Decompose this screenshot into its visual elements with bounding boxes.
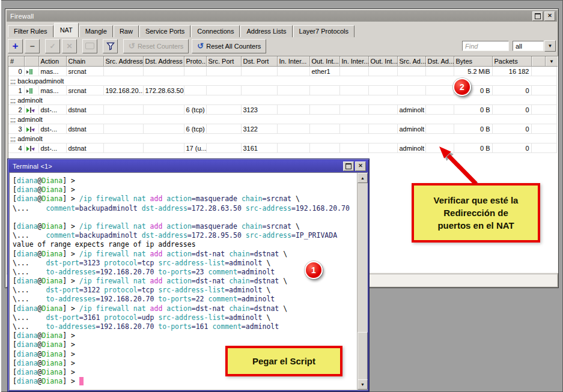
cell-num: 2 [8,105,24,115]
cell-dst_port: 3122 [241,124,277,134]
enable-rule-button[interactable]: ✓ [45,39,60,53]
cell-src_ad: adminolt [397,143,425,153]
comment-button[interactable] [82,39,97,53]
cell-fill [531,105,556,115]
filter-select-arrow-button[interactable]: ▼ [544,40,556,52]
tab-filter-rules[interactable]: Filter Rules [8,25,53,37]
cell-icon [24,105,38,115]
cell-fill [531,143,556,153]
maximize-button[interactable] [532,11,543,21]
column-header-action[interactable]: Action [38,56,66,67]
filter-select[interactable]: all [513,41,544,51]
remove-rule-button[interactable]: − [25,39,40,53]
column-header-src_port[interactable]: Src. Port [206,56,241,67]
column-header-out_int2[interactable]: Out. Int... [368,56,397,67]
rule-comment: ;;; adminolt [8,95,556,105]
nat-rule-row[interactable]: 4dst-...dstnat17 (u...3161adminolt0 B0 [8,143,556,153]
arrow-up-icon: ▲ [361,176,365,180]
column-header-packets[interactable]: Packets [492,56,531,67]
note-line: puertos en el NAT [437,219,514,232]
column-sort-button[interactable]: ▼ [545,56,558,67]
tab-nat[interactable]: NAT [54,23,79,37]
scrollbar-thumb[interactable] [358,332,368,380]
column-header-proto[interactable]: Proto... [184,56,206,67]
cell-src_port [206,143,241,153]
cell-dst_ad [425,124,454,134]
find-input[interactable] [462,41,509,51]
cell-proto: 6 (tcp) [184,124,206,134]
scroll-down-button[interactable]: ▼ [358,379,368,390]
tab-service-ports[interactable]: Service Ports [139,25,190,37]
terminal-titlebar[interactable]: Terminal <1> ✕ [9,160,368,172]
reset-icon: ↺ [129,42,135,50]
terminal-maximize-button[interactable] [343,161,354,171]
tab-mangle[interactable]: Mangle [79,25,113,37]
cell-proto: 6 (tcp) [184,105,206,115]
terminal-close-button[interactable]: ✕ [355,161,366,171]
column-header-icon[interactable] [24,56,38,67]
nat-rule-row[interactable]: 0mas...srcnatether15.2 MiB16 182 [8,67,556,76]
tab-raw[interactable]: Raw [114,25,139,37]
cell-dst_ad [425,143,454,153]
reset-all-counters-button[interactable]: ↺ Reset All Counters [192,39,266,53]
tab-layer7-protocols[interactable]: Layer7 Protocols [293,25,355,37]
column-header-bytes[interactable]: Bytes [454,56,492,67]
cell-chain: dstnat [66,143,103,153]
comment-row[interactable]: ;;; adminolt [8,134,556,143]
comment-row[interactable]: ;;; adminolt [8,95,556,105]
firewall-titlebar[interactable]: Firewall ✕ [7,10,557,22]
cell-bytes: 0 B [454,124,492,134]
nat-rule-row[interactable]: 1mas...srcnat192.168.20...172.28.63.500 … [8,86,556,95]
cell-in_int [277,124,309,134]
column-header-in_int[interactable]: In. Inter... [277,56,309,67]
cell-out_int2 [368,67,397,76]
cell-dst_port: 3123 [241,105,277,115]
column-header-src_address[interactable]: Src. Address [103,56,143,67]
maximize-icon [535,13,541,19]
nat-table: #ActionChainSrc. AddressDst. AddressProt… [8,56,557,153]
cell-icon [24,67,38,76]
reset-counters-button[interactable]: ↺ Reset Counters [123,39,189,53]
cell-proto: 17 (u... [184,143,206,153]
cell-action: dst-... [38,143,66,153]
cell-out_int [309,143,339,153]
add-rule-button[interactable]: + [8,39,23,53]
nat-rule-row[interactable]: 2dst-...dstnat6 (tcp)3123adminolt0 B0 [8,105,556,115]
close-button[interactable]: ✕ [544,11,555,21]
nat-rule-row[interactable]: 3dst-...dstnat6 (tcp)3122adminolt0 B0 [8,124,556,134]
column-header-dst_port[interactable]: Dst. Port [241,56,277,67]
column-header-num[interactable]: # [8,56,24,67]
cell-num: 3 [8,124,24,134]
scroll-up-button[interactable]: ▲ [358,173,368,183]
cell-icon [24,86,38,95]
column-header-chain[interactable]: Chain [66,56,103,67]
column-header-in_int2[interactable]: In. Inter... [339,56,368,67]
terminal-line: [diana@Diana] > [13,185,358,194]
column-header-src_ad[interactable]: Src. Ad... [397,56,425,67]
cell-packets: 16 182 [492,67,531,76]
tab-connections[interactable]: Connections [191,25,240,37]
column-header-dst_ad[interactable]: Dst. Ad... [425,56,454,67]
comment-row[interactable]: ;;; adminolt [8,115,556,124]
step-badge-1: 1 [305,261,323,279]
cell-proto [184,67,206,76]
column-header-dst_address[interactable]: Dst. Address [143,56,184,67]
terminal-line: value of range expects range of ip addre… [13,240,358,249]
cell-bytes: 0 B [454,105,492,115]
tab-address-lists[interactable]: Address Lists [240,25,292,37]
comment-row[interactable]: ;;; backupadminolt [8,76,556,86]
cell-action: dst-... [38,124,66,134]
cell-src_port [206,105,241,115]
step-badge-2: 2 [453,78,471,96]
column-header-out_int[interactable]: Out. Int... [309,56,339,67]
reset-all-icon: ↺ [197,42,204,50]
cell-num: 0 [8,67,24,76]
cell-dst_address: 172.28.63.50 [143,86,184,95]
desktop: { "firewall_window": { "title": "Firewal… [0,0,563,392]
disable-rule-button[interactable]: ✕ [62,39,77,53]
cell-icon [24,124,38,134]
terminal-scrollbar[interactable]: ▲ ▼ [357,173,367,390]
cell-chain: dstnat [66,124,103,134]
filter-button[interactable] [103,39,118,53]
close-icon: ✕ [358,163,363,169]
